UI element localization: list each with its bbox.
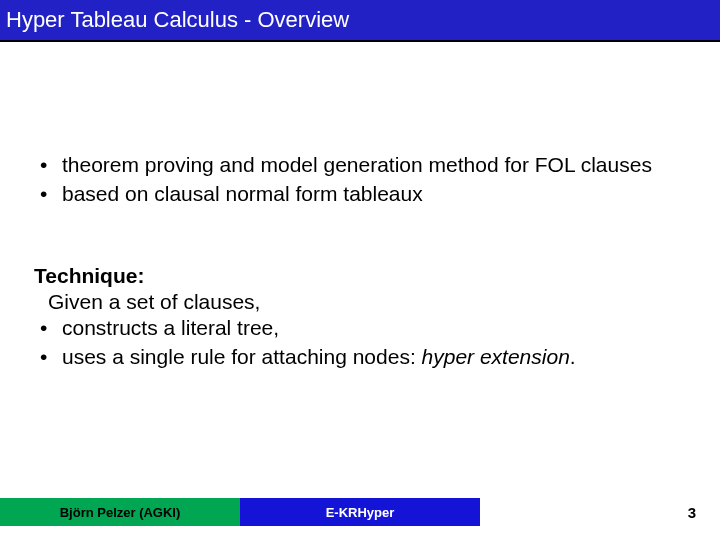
technique-label: Technique: xyxy=(26,264,694,288)
period: . xyxy=(570,345,576,368)
list-item: constructs a literal tree, xyxy=(34,315,694,342)
footer-right: 3 xyxy=(480,498,720,526)
intro-list: theorem proving and model generation met… xyxy=(26,152,694,208)
technique-block: Technique: Given a set of clauses, const… xyxy=(26,264,694,371)
footer-left: Björn Pelzer (AGKI) xyxy=(0,498,240,526)
technique-given: Given a set of clauses, xyxy=(26,288,694,315)
page-number: 3 xyxy=(688,504,696,521)
footer-author: Björn Pelzer (AGKI) xyxy=(60,505,181,520)
list-item: based on clausal normal form tableaux xyxy=(34,181,694,208)
list-item: theorem proving and model generation met… xyxy=(34,152,694,179)
footer: Björn Pelzer (AGKI) E-KRHyper 3 xyxy=(0,498,720,526)
footer-title: E-KRHyper xyxy=(326,505,395,520)
list-item: uses a single rule for attaching nodes: … xyxy=(34,344,694,371)
slide-content: theorem proving and model generation met… xyxy=(0,42,720,371)
intro-block: theorem proving and model generation met… xyxy=(26,152,694,208)
technique-item-text: uses a single rule for attaching nodes: xyxy=(62,345,422,368)
footer-center: E-KRHyper xyxy=(240,498,480,526)
hyper-extension-term: hyper extension xyxy=(422,345,570,368)
slide-title: Hyper Tableau Calculus - Overview xyxy=(6,7,349,33)
title-bar: Hyper Tableau Calculus - Overview xyxy=(0,0,720,42)
technique-list: constructs a literal tree, uses a single… xyxy=(26,315,694,371)
